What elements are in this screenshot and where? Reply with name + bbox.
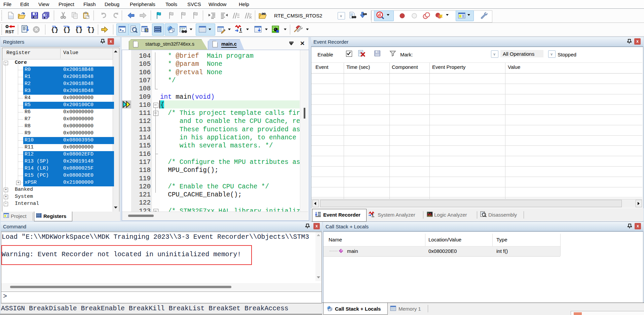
svg-text:t: t bbox=[372, 212, 374, 217]
svg-text:{}: {} bbox=[75, 27, 83, 33]
svg-text:t: t bbox=[240, 26, 242, 33]
svg-text:{}: {} bbox=[51, 27, 59, 33]
svg-text:S: S bbox=[145, 28, 148, 32]
svg-text:{}: {} bbox=[87, 27, 95, 33]
svg-text:d: d bbox=[378, 12, 381, 17]
svg-text:{}: {} bbox=[63, 27, 71, 33]
svg-text:RST: RST bbox=[5, 29, 14, 34]
